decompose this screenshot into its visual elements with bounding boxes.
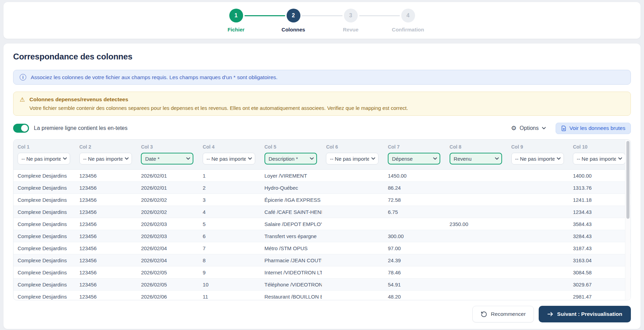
table-cell [445,206,507,218]
column-mapping-select[interactable]: -- Ne pas importer -- [79,153,132,164]
table-cell: 123456 [75,242,137,254]
table-cell: 2026/02/05 [137,279,199,291]
table-body: Complexe Desjardins 123456 2026/02/01 1 … [13,170,631,301]
table-cell: 123456 [75,218,137,230]
table-cell: 1234.43 [569,206,631,218]
table-cell: 24.39 [384,254,445,266]
table-cell [322,206,384,218]
vertical-scrollbar-thumb[interactable] [626,141,629,219]
table-header-row: Col 1 -- Ne pas importer -- Col 2 -- Ne … [13,140,631,170]
table-row: Complexe Desjardins 123456 2026/02/03 5 … [13,218,631,230]
table-cell: 2981.47 [569,291,631,301]
warning-title: Colonnes depenses/revenus detectees [29,96,408,103]
column-mapping-select[interactable]: Date * [141,153,193,164]
table-cell: 2026/02/05 [137,266,199,279]
options-button-label: Options [520,125,539,131]
table-cell [322,242,384,254]
table-cell: Salaire /DEPOT EMPLOYE… [260,218,322,230]
column-mapping-select[interactable]: -- Ne pas importer -- [18,153,70,164]
table-row: Complexe Desjardins 123456 2026/02/01 1 … [13,170,631,182]
stepper-step[interactable]: 4 Confirmation [400,9,416,32]
table-controls-row: La premiere ligne contient les en-tetes … [13,123,631,134]
table-row: Complexe Desjardins 123456 2026/02/03 6 … [13,230,631,242]
table-row: Complexe Desjardins 123456 2026/02/05 9 … [13,266,631,279]
table-cell: 72.58 [384,194,445,206]
vertical-scrollbar[interactable] [625,140,630,300]
warning-text: Votre fichier semble contenir des colonn… [29,105,408,111]
column-name: Col 4 [203,144,256,150]
table-column-header: Col 10 -- Ne pas importer -- [569,140,631,170]
table-cell: 7 [199,242,260,254]
column-mapping-select-box: -- Ne pas importer -- [573,153,625,164]
table-cell [322,194,384,206]
next-button-label: Suivant : Previsualisation [557,311,622,317]
step-label: Confirmation [392,27,424,32]
table-cell: 3584.43 [569,218,631,230]
table-cell [507,230,569,242]
table-cell: 1400.00 [569,170,631,182]
column-mapping-select[interactable]: Dépense [388,153,440,164]
table-cell [507,242,569,254]
step-connector [302,15,343,16]
table-cell: Complexe Desjardins [13,242,75,254]
table-cell: 3187.43 [569,242,631,254]
view-raw-data-button[interactable]: Voir les donnees brutes [556,123,631,134]
table-cell: Restaurant /BOUILLON BL… [260,291,322,301]
step-number: 1 [229,9,243,22]
table-cell: 9 [199,266,260,279]
arrow-right-icon [547,312,553,317]
table-cell [445,194,507,206]
table-cell: 123456 [75,170,137,182]
table-cell: Complexe Desjardins [13,194,75,206]
stepper-step[interactable]: 2 Colonnes [285,9,302,32]
table-cell [322,218,384,230]
column-name: Col 8 [450,144,503,150]
table-cell: 3163.04 [569,254,631,266]
table-cell: 2 [199,182,260,194]
table-cell: 1313.76 [569,182,631,194]
table-cell [322,279,384,291]
table-cell: 2026/02/01 [137,182,199,194]
table-cell [507,266,569,279]
restart-button[interactable]: Recommencer [472,306,534,322]
mapping-table-container: Col 1 -- Ne pas importer -- Col 2 -- Ne … [13,139,631,300]
table-column-header: Col 3 Date * [137,140,199,170]
table-cell [507,206,569,218]
next-button[interactable]: Suivant : Previsualisation [539,306,631,322]
table-cell: Complexe Desjardins [13,254,75,266]
column-mapping-select[interactable]: -- Ne pas importer -- [511,153,564,164]
table-cell: Complexe Desjardins [13,266,75,279]
stepper-step[interactable]: 1 Fichier [228,9,244,32]
table-cell: 123456 [75,266,137,279]
table-cell [322,170,384,182]
table-cell [507,254,569,266]
step-connector [244,15,285,16]
table-cell [445,266,507,279]
column-mapping-select[interactable]: Revenu [450,153,502,164]
table-cell: 2026/02/06 [137,291,199,301]
column-mapping-select[interactable]: -- Ne pas importer -- [203,153,255,164]
table-cell: Complexe Desjardins [13,230,75,242]
table-cell: Café /CAFE SAINT-HENRI [260,206,322,218]
options-button[interactable]: ⚙ Options [509,125,548,132]
table-cell [322,266,384,279]
table-cell: 48.20 [384,291,445,301]
column-mapping-select-box: -- Ne pas importer -- [511,153,564,164]
table-cell: Complexe Desjardins [13,291,75,301]
step-number: 2 [287,9,300,22]
table-cell: 2026/02/01 [137,170,199,182]
table-cell: 78.46 [384,266,445,279]
view-raw-data-label: Voir les donnees brutes [569,125,625,131]
first-row-headers-toggle[interactable] [13,124,29,133]
column-mapping-select[interactable]: -- Ne pas importer -- [326,153,378,164]
stepper-step[interactable]: 3 Revue [343,9,359,32]
table-cell [507,279,569,291]
table-cell [322,182,384,194]
column-mapping-select-box: Dépense [388,153,440,164]
column-name: Col 10 [573,144,626,150]
info-banner-text: Associez les colonnes de votre fichier a… [31,74,278,81]
column-mapping-select[interactable]: -- Ne pas importer -- [573,153,625,164]
column-mapping-select[interactable]: Description * [265,153,317,164]
table-cell: 5 [199,218,260,230]
table-cell: Complexe Desjardins [13,279,75,291]
